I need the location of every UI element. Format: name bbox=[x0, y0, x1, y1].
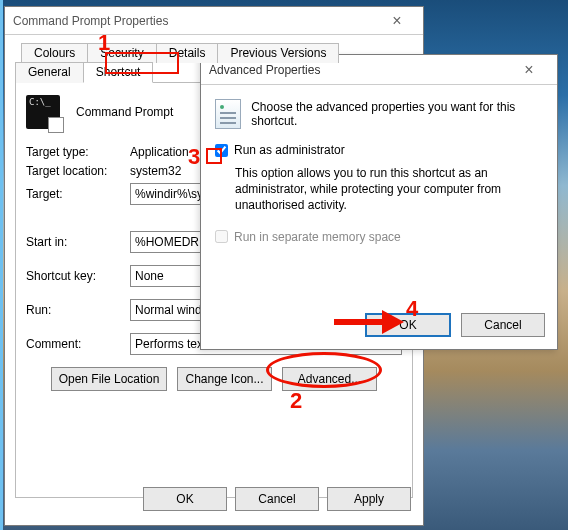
advanced-intro-text: Choose the advanced properties you want … bbox=[251, 100, 543, 128]
advanced-cancel-button[interactable]: Cancel bbox=[461, 313, 545, 337]
svg-marker-1 bbox=[382, 310, 404, 334]
start-in-label: Start in: bbox=[26, 235, 130, 249]
properties-title: Command Prompt Properties bbox=[11, 14, 377, 28]
shortcut-name: Command Prompt bbox=[76, 105, 173, 119]
start-in-input[interactable] bbox=[130, 231, 210, 253]
ok-button[interactable]: OK bbox=[143, 487, 227, 511]
run-as-admin-checkbox[interactable] bbox=[215, 144, 228, 157]
advanced-title: Advanced Properties bbox=[209, 63, 509, 77]
target-type-label: Target type: bbox=[26, 145, 130, 159]
tab-details[interactable]: Details bbox=[156, 43, 219, 63]
tab-previous-versions[interactable]: Previous Versions bbox=[217, 43, 339, 63]
advanced-close-icon[interactable]: × bbox=[509, 61, 549, 79]
open-file-location-button[interactable]: Open File Location bbox=[51, 367, 167, 391]
run-as-admin-label: Run as administrator bbox=[234, 143, 345, 157]
annotation-number-4: 4 bbox=[406, 296, 418, 322]
apply-button[interactable]: Apply bbox=[327, 487, 411, 511]
comment-label: Comment: bbox=[26, 337, 130, 351]
run-as-admin-description: This option allows you to run this short… bbox=[235, 165, 543, 214]
change-icon-button[interactable]: Change Icon... bbox=[177, 367, 272, 391]
separate-memory-checkbox bbox=[215, 230, 228, 243]
annotation-arrow-icon bbox=[332, 308, 406, 336]
properties-titlebar[interactable]: Command Prompt Properties × bbox=[5, 7, 423, 35]
separate-memory-label: Run in separate memory space bbox=[234, 230, 401, 244]
target-type-value: Application bbox=[130, 145, 189, 159]
annotation-number-1: 1 bbox=[98, 30, 110, 56]
target-location-value: system32 bbox=[130, 164, 181, 178]
shortcut-key-label: Shortcut key: bbox=[26, 269, 130, 283]
annotation-number-3: 3 bbox=[188, 144, 200, 170]
target-label: Target: bbox=[26, 187, 130, 201]
properties-list-icon bbox=[215, 99, 241, 129]
advanced-properties-dialog: Advanced Properties × Choose the advance… bbox=[200, 54, 558, 350]
close-icon[interactable]: × bbox=[377, 12, 417, 30]
target-location-label: Target location: bbox=[26, 164, 130, 178]
tab-colours[interactable]: Colours bbox=[21, 43, 88, 63]
target-input[interactable] bbox=[130, 183, 210, 205]
tab-general[interactable]: General bbox=[15, 62, 84, 83]
tab-shortcut[interactable]: Shortcut bbox=[83, 62, 154, 83]
annotation-number-2: 2 bbox=[290, 388, 302, 414]
cancel-button[interactable]: Cancel bbox=[235, 487, 319, 511]
crop-edge bbox=[0, 0, 3, 530]
run-label: Run: bbox=[26, 303, 130, 317]
command-prompt-icon bbox=[26, 95, 60, 129]
